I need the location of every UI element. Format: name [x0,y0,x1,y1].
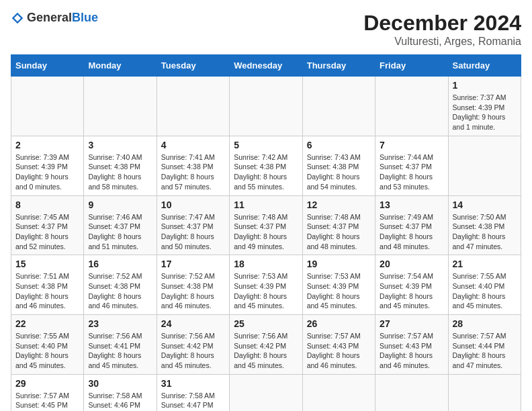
calendar-cell: 10Sunrise: 7:47 AMSunset: 4:37 PMDayligh… [157,195,229,255]
day-info: Sunrise: 7:57 AMSunset: 4:45 PMDaylight:… [15,391,79,411]
header-row: Sunday Monday Tuesday Wednesday Thursday… [11,55,521,77]
calendar-cell: 9Sunrise: 7:46 AMSunset: 4:37 PMDaylight… [84,195,157,255]
calendar-week-5: 22Sunrise: 7:55 AMSunset: 4:40 PMDayligh… [11,315,521,375]
calendar-cell: 8Sunrise: 7:45 AMSunset: 4:37 PMDaylight… [11,195,84,255]
day-number: 4 [161,140,225,150]
day-info: Sunrise: 7:42 AMSunset: 4:38 PMDaylight:… [234,152,298,192]
day-number: 13 [380,199,443,210]
day-info: Sunrise: 7:49 AMSunset: 4:37 PMDaylight:… [380,212,443,252]
calendar-cell: 19Sunrise: 7:53 AMSunset: 4:39 PMDayligh… [302,255,375,315]
calendar-cell: 25Sunrise: 7:56 AMSunset: 4:42 PMDayligh… [230,315,302,375]
col-wednesday: Wednesday [230,55,302,77]
calendar-cell: 7Sunrise: 7:44 AMSunset: 4:37 PMDaylight… [375,136,448,195]
day-number: 9 [88,199,152,210]
calendar-week-6: 29Sunrise: 7:57 AMSunset: 4:45 PMDayligh… [11,374,521,411]
day-number: 30 [88,378,152,389]
day-info: Sunrise: 7:53 AMSunset: 4:39 PMDaylight:… [234,271,298,311]
calendar-cell: 18Sunrise: 7:53 AMSunset: 4:39 PMDayligh… [230,255,302,315]
day-number: 7 [380,140,443,150]
col-thursday: Thursday [302,55,375,77]
day-number: 22 [15,318,79,329]
day-number: 1 [453,80,517,91]
main-title: December 2024 [363,11,521,36]
day-info: Sunrise: 7:46 AMSunset: 4:37 PMDaylight:… [88,212,152,252]
day-info: Sunrise: 7:55 AMSunset: 4:40 PMDaylight:… [453,271,517,311]
day-info: Sunrise: 7:48 AMSunset: 4:37 PMDaylight:… [307,212,371,252]
calendar-week-1: 1Sunrise: 7:37 AMSunset: 4:39 PMDaylight… [11,77,521,136]
day-info: Sunrise: 7:52 AMSunset: 4:38 PMDaylight:… [161,271,225,311]
day-number: 15 [15,259,79,269]
day-number: 2 [15,140,79,150]
calendar-cell: 2Sunrise: 7:39 AMSunset: 4:39 PMDaylight… [11,136,84,195]
day-number: 11 [234,199,298,210]
col-saturday: Saturday [448,55,521,77]
calendar-cell: 14Sunrise: 7:50 AMSunset: 4:38 PMDayligh… [448,195,521,255]
day-info: Sunrise: 7:55 AMSunset: 4:40 PMDaylight:… [15,331,79,371]
day-number: 6 [307,140,371,150]
day-number: 12 [307,199,371,210]
day-info: Sunrise: 7:47 AMSunset: 4:37 PMDaylight:… [161,212,225,252]
day-info: Sunrise: 7:56 AMSunset: 4:42 PMDaylight:… [161,331,225,371]
day-number: 21 [453,259,517,269]
day-number: 24 [161,318,225,329]
calendar-cell [157,77,229,136]
day-number: 19 [307,259,371,269]
day-info: Sunrise: 7:54 AMSunset: 4:39 PMDaylight:… [380,271,443,311]
calendar-cell: 24Sunrise: 7:56 AMSunset: 4:42 PMDayligh… [157,315,229,375]
day-info: Sunrise: 7:58 AMSunset: 4:46 PMDaylight:… [88,391,152,411]
day-info: Sunrise: 7:57 AMSunset: 4:44 PMDaylight:… [453,331,517,371]
calendar-cell: 23Sunrise: 7:56 AMSunset: 4:41 PMDayligh… [84,315,157,375]
calendar-cell: 1Sunrise: 7:37 AMSunset: 4:39 PMDaylight… [448,77,521,136]
day-number: 14 [453,199,517,210]
day-info: Sunrise: 7:50 AMSunset: 4:38 PMDaylight:… [453,212,517,252]
calendar-cell [302,374,375,411]
calendar-cell: 4Sunrise: 7:41 AMSunset: 4:38 PMDaylight… [157,136,229,195]
calendar-cell: 29Sunrise: 7:57 AMSunset: 4:45 PMDayligh… [11,374,84,411]
calendar-cell: 13Sunrise: 7:49 AMSunset: 4:37 PMDayligh… [375,195,448,255]
calendar-cell [302,77,375,136]
day-number: 25 [234,318,298,329]
day-number: 27 [380,318,443,329]
day-info: Sunrise: 7:43 AMSunset: 4:38 PMDaylight:… [307,152,371,192]
calendar-cell: 26Sunrise: 7:57 AMSunset: 4:43 PMDayligh… [302,315,375,375]
day-info: Sunrise: 7:56 AMSunset: 4:42 PMDaylight:… [234,331,298,371]
calendar-body: 1Sunrise: 7:37 AMSunset: 4:39 PMDaylight… [11,77,521,412]
calendar-cell [84,77,157,136]
calendar-cell: 22Sunrise: 7:55 AMSunset: 4:40 PMDayligh… [11,315,84,375]
logo-general-text: General [27,11,72,24]
calendar-cell: 31Sunrise: 7:58 AMSunset: 4:47 PMDayligh… [157,374,229,411]
calendar-cell: 15Sunrise: 7:51 AMSunset: 4:38 PMDayligh… [11,255,84,315]
day-number: 16 [88,259,152,269]
day-info: Sunrise: 7:39 AMSunset: 4:39 PMDaylight:… [15,152,79,192]
day-number: 29 [15,378,79,389]
calendar-cell: 20Sunrise: 7:54 AMSunset: 4:39 PMDayligh… [375,255,448,315]
day-number: 26 [307,318,371,329]
col-tuesday: Tuesday [157,55,229,77]
logo: GeneralBlue [11,11,98,25]
calendar-cell: 30Sunrise: 7:58 AMSunset: 4:46 PMDayligh… [84,374,157,411]
day-number: 23 [88,318,152,329]
calendar-cell [230,77,302,136]
calendar-cell: 16Sunrise: 7:52 AMSunset: 4:38 PMDayligh… [84,255,157,315]
day-number: 28 [453,318,517,329]
day-info: Sunrise: 7:56 AMSunset: 4:41 PMDaylight:… [88,331,152,371]
logo-icon [11,11,24,25]
logo-blue-text: Blue [72,11,98,24]
day-number: 31 [161,378,225,389]
day-info: Sunrise: 7:53 AMSunset: 4:39 PMDaylight:… [307,271,371,311]
page-header: GeneralBlue December 2024 Vulturesti, Ar… [11,11,521,48]
day-info: Sunrise: 7:41 AMSunset: 4:38 PMDaylight:… [161,152,225,192]
subtitle: Vulturesti, Arges, Romania [363,36,521,48]
day-info: Sunrise: 7:45 AMSunset: 4:37 PMDaylight:… [15,212,79,252]
calendar-cell: 17Sunrise: 7:52 AMSunset: 4:38 PMDayligh… [157,255,229,315]
col-sunday: Sunday [11,55,84,77]
day-info: Sunrise: 7:57 AMSunset: 4:43 PMDaylight:… [307,331,371,371]
day-info: Sunrise: 7:52 AMSunset: 4:38 PMDaylight:… [88,271,152,311]
day-number: 10 [161,199,225,210]
day-number: 20 [380,259,443,269]
calendar-cell: 21Sunrise: 7:55 AMSunset: 4:40 PMDayligh… [448,255,521,315]
calendar-cell [375,374,448,411]
calendar-cell: 5Sunrise: 7:42 AMSunset: 4:38 PMDaylight… [230,136,302,195]
calendar-cell [448,374,521,411]
calendar-header: Sunday Monday Tuesday Wednesday Thursday… [11,55,521,77]
